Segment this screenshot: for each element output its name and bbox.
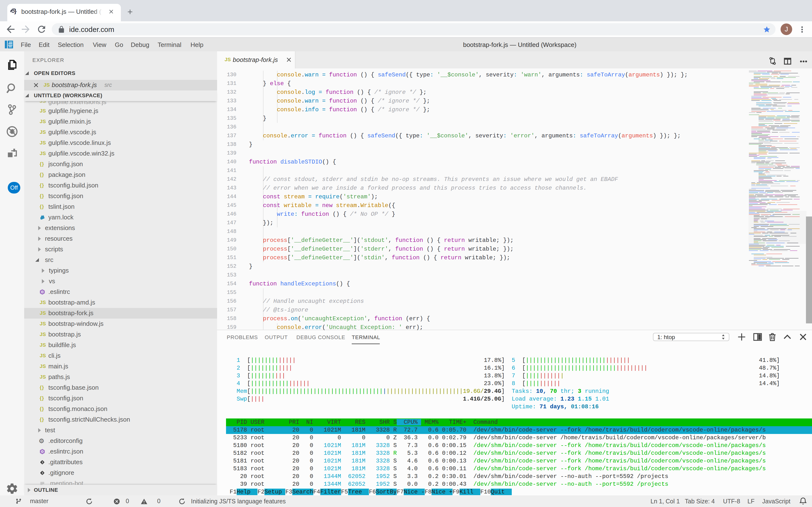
svg-text:}: } <box>14 8 16 14</box>
